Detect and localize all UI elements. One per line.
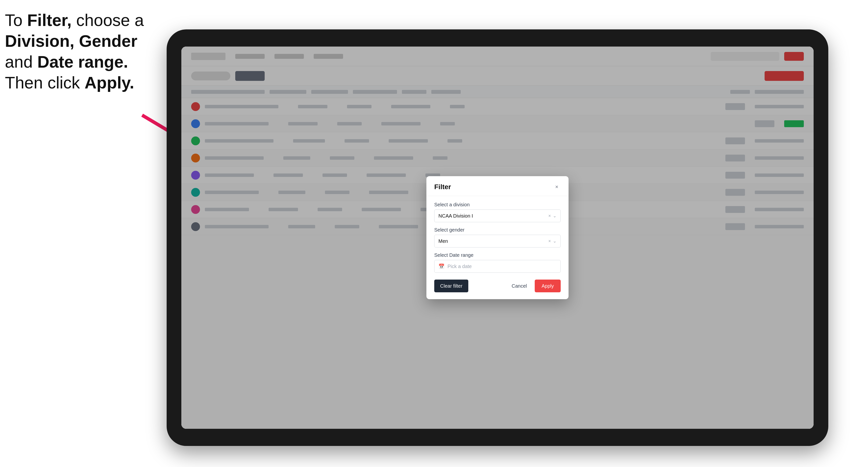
clear-filter-button[interactable]: Clear filter bbox=[434, 280, 468, 292]
instruction-line1: To Filter, choose a bbox=[5, 11, 144, 29]
division-gender-bold: Division, Gender bbox=[5, 32, 137, 50]
division-group: Select a division NCAA Division I × ⌄ bbox=[434, 202, 561, 222]
gender-label: Select gender bbox=[434, 227, 561, 233]
instruction-block: To Filter, choose a Division, Gender and… bbox=[5, 10, 147, 93]
modal-footer: Clear filter Cancel Apply bbox=[426, 280, 568, 299]
apply-bold: Apply. bbox=[85, 73, 134, 92]
modal-title: Filter bbox=[434, 183, 451, 191]
gender-group: Select gender Men × ⌄ bbox=[434, 227, 561, 247]
date-input[interactable]: 📅 Pick a date bbox=[434, 260, 561, 273]
modal-header: Filter × bbox=[426, 176, 568, 196]
gender-select[interactable]: Men × ⌄ bbox=[434, 235, 561, 247]
clear-gender-icon[interactable]: × bbox=[548, 239, 551, 244]
close-icon: × bbox=[555, 184, 558, 190]
cancel-button[interactable]: Cancel bbox=[508, 280, 531, 292]
date-label: Select Date range bbox=[434, 252, 561, 258]
then-click: Then click Apply. bbox=[5, 73, 134, 92]
filter-bold: Filter, bbox=[27, 11, 71, 29]
division-label: Select a division bbox=[434, 202, 561, 208]
tablet-frame: Filter × Select a division NCAA Division… bbox=[167, 29, 828, 446]
apply-button[interactable]: Apply bbox=[535, 280, 561, 292]
division-value: NCAA Division I bbox=[438, 213, 473, 219]
and-date: and Date range. bbox=[5, 53, 128, 71]
filter-modal: Filter × Select a division NCAA Division… bbox=[426, 176, 568, 299]
modal-right-buttons: Cancel Apply bbox=[508, 280, 561, 292]
modal-overlay: Filter × Select a division NCAA Division… bbox=[181, 46, 814, 429]
date-group: Select Date range 📅 Pick a date bbox=[434, 252, 561, 273]
division-select-icons: × ⌄ bbox=[548, 213, 557, 219]
division-select[interactable]: NCAA Division I × ⌄ bbox=[434, 210, 561, 222]
modal-body: Select a division NCAA Division I × ⌄ Se… bbox=[426, 196, 568, 280]
close-button[interactable]: × bbox=[553, 183, 561, 191]
date-placeholder: Pick a date bbox=[447, 263, 472, 269]
clear-division-icon[interactable]: × bbox=[548, 213, 551, 219]
calendar-icon: 📅 bbox=[438, 263, 444, 269]
tablet-screen: Filter × Select a division NCAA Division… bbox=[181, 46, 814, 429]
chevron-division-icon: ⌄ bbox=[553, 213, 557, 219]
date-range-bold: Date range. bbox=[37, 53, 128, 71]
gender-value: Men bbox=[438, 239, 448, 244]
gender-select-icons: × ⌄ bbox=[548, 239, 557, 244]
chevron-gender-icon: ⌄ bbox=[553, 239, 557, 244]
